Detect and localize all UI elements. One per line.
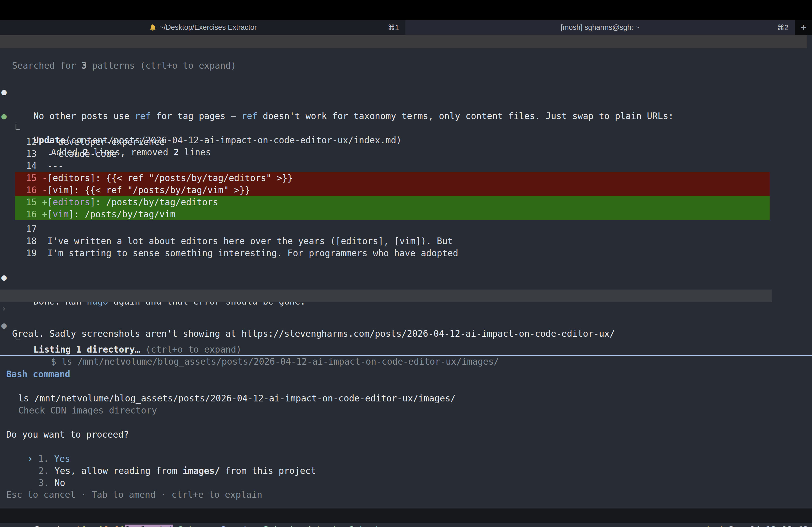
bell-icon bbox=[149, 23, 157, 32]
proceed-question: Do you want to proceed? bbox=[0, 428, 812, 441]
bash-command-description: Check CDN images directory bbox=[0, 404, 812, 417]
window-nvim[interactable]: 2:nvim- bbox=[221, 525, 258, 527]
dialog-footer-hints: Esc to cancel · Tab to amend · ctrl+e to… bbox=[0, 488, 812, 501]
pane-coord: 0 bbox=[114, 525, 119, 527]
window-bash-3[interactable]: 3:bash bbox=[264, 525, 301, 527]
window-bash-4[interactable]: 4:bash bbox=[306, 525, 344, 527]
diff-context-line: 12- developer-experience bbox=[0, 136, 812, 148]
diff-removed-line: 15-[editors]: {{< ref "/posts/by/tag/edi… bbox=[15, 172, 770, 184]
chevron-right-icon: › bbox=[1, 302, 6, 315]
tab-exercises-extractor[interactable]: ~/Desktop/Exercises Extractor ⌘1 bbox=[0, 20, 405, 35]
tab-bar: ~/Desktop/Exercises Extractor ⌘1 [mosh] … bbox=[0, 20, 812, 35]
bash-dialog-title: Bash command bbox=[0, 368, 812, 380]
diff-context-line: 13- claude-code bbox=[0, 148, 812, 160]
dialog-top-border bbox=[0, 355, 812, 356]
bash-command-text: ls /mnt/netvolume/blog_assets/posts/2026… bbox=[0, 392, 812, 404]
window-bash-8[interactable]: 8:bash bbox=[349, 525, 387, 527]
diff-context-line: 14--- bbox=[0, 160, 812, 172]
bullet-icon: ● bbox=[1, 271, 7, 283]
search-summary: Searched for 3 patterns (ctrl+o to expan… bbox=[0, 60, 812, 72]
bullet-icon: ● bbox=[1, 86, 7, 98]
plus-icon: + bbox=[800, 21, 806, 33]
window-titlebar bbox=[0, 0, 812, 20]
scrolled-message-band bbox=[0, 35, 807, 48]
bullet-icon: ● bbox=[1, 319, 7, 331]
pane-coord: 0 bbox=[104, 525, 109, 527]
tab1-shortcut: ⌘1 bbox=[388, 23, 399, 32]
corner-icon bbox=[16, 333, 20, 340]
hostname: sgh bbox=[696, 525, 712, 527]
diff-context-line: 17 bbox=[0, 223, 812, 235]
assistant-message-done: ● Done. Run hugo again and that error sh… bbox=[0, 271, 812, 283]
diff-removed-line: 16-[vim]: {{< ref "/posts/by/tag/vim" >}… bbox=[15, 184, 770, 196]
bullet-icon: ● bbox=[1, 110, 7, 122]
terminal-content: Searched for 3 patterns (ctrl+o to expan… bbox=[0, 48, 812, 527]
user-message-row: › Great. Sadly screenshots aren't showin… bbox=[0, 289, 772, 302]
listing-command: $ ls /mnt/netvolume/blog_assets/posts/20… bbox=[0, 331, 812, 344]
session-name: blog bbox=[77, 525, 98, 527]
update-tool-call: ● Update(content/posts/2026-04-12-ai-imp… bbox=[0, 110, 812, 122]
listing-tool-call: ● Listing 1 directory… (ctrl+o to expand… bbox=[0, 319, 812, 331]
tmux-status-bar: Session:blog[0,0]0:claude* 1:hugo 2:nvim… bbox=[0, 509, 812, 523]
active-window-claude[interactable]: 0:claude* bbox=[125, 525, 173, 527]
assistant-message: ● No other posts use ref for tag pages —… bbox=[0, 86, 812, 98]
status-datetime: Sun 04-12 08:42 bbox=[728, 525, 808, 527]
option-yes-allow[interactable]: 2. Yes, allow reading from images/ from … bbox=[0, 453, 812, 465]
tab-mosh-session[interactable]: [mosh] sgharms@sgh: ~ ⌘2 bbox=[405, 20, 795, 35]
new-tab-button[interactable]: + bbox=[795, 20, 812, 35]
tab2-shortcut: ⌘2 bbox=[777, 23, 788, 32]
tab-title: [mosh] sgharms@sgh: ~ bbox=[561, 23, 640, 32]
diff-added-line: 16+[vim]: /posts/by/tag/vim bbox=[15, 208, 770, 220]
session-label: Session: bbox=[34, 525, 77, 527]
window-hugo[interactable]: 1:hugo bbox=[178, 525, 216, 527]
diff-added-line: 15+[editors]: /posts/by/tag/editors bbox=[15, 196, 770, 208]
option-yes[interactable]: › 1. Yes bbox=[0, 441, 812, 453]
option-no[interactable]: 3. No bbox=[0, 465, 812, 477]
tab-title: ~/Desktop/Exercises Extractor bbox=[160, 23, 257, 32]
corner-icon bbox=[16, 124, 20, 130]
diff-context-line: 18I've written a lot about editors here … bbox=[0, 235, 812, 247]
diff-context-line: 19I'm starting to sense something intere… bbox=[0, 247, 812, 259]
update-summary: Added 2 lines, removed 2 lines bbox=[0, 122, 812, 134]
